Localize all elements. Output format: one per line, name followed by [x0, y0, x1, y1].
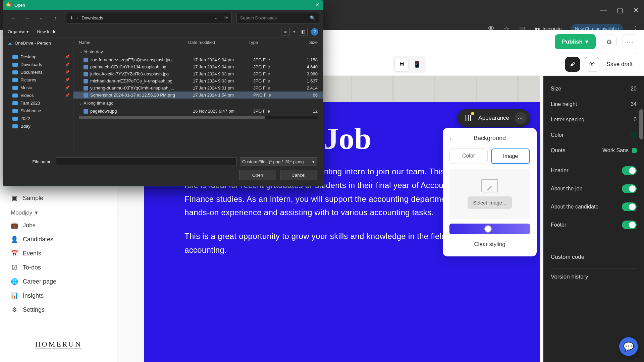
- tree-item[interactable]: Videos📌: [3, 92, 73, 99]
- tree-item[interactable]: 2022: [3, 115, 73, 122]
- tree-item[interactable]: Pictures📌: [3, 76, 73, 84]
- tree-item[interactable]: Downloads📌: [3, 61, 73, 68]
- toggle-switch[interactable]: [622, 166, 637, 175]
- nav-forward-button[interactable]: →: [21, 12, 33, 23]
- path-bar[interactable]: ⬇ › Downloads ⌄ ⟳: [66, 12, 232, 23]
- scrollbar[interactable]: [639, 109, 643, 139]
- section-more[interactable]: ⋯: [551, 234, 637, 245]
- slider-handle[interactable]: [484, 225, 492, 233]
- clear-styling-button[interactable]: Clear styling: [449, 239, 530, 250]
- appearance-bar[interactable]: Appearance ⋯: [458, 109, 530, 127]
- help-button[interactable]: ?: [311, 28, 318, 36]
- dialog-toolbar: Organise ▾ New folder ≡ ▾ ◧ ?: [3, 26, 323, 38]
- window-minimize-icon[interactable]: —: [600, 6, 607, 14]
- file-list: Name Date modified Type Size Yesterday z…: [73, 38, 323, 153]
- file-row[interactable]: podmatch-GEnCnYhA1J4-unsplash.jpg17 Jan …: [73, 63, 323, 70]
- view-list-button[interactable]: ≡: [281, 28, 290, 36]
- file-row[interactable]: yizheng-duanmu-tXFbYqCimhI-unsplash.j...…: [73, 84, 323, 92]
- settings-button[interactable]: ⚙: [602, 35, 616, 49]
- window-maximize-icon[interactable]: ▢: [617, 6, 623, 14]
- column-headers[interactable]: Name Date modified Type Size: [73, 38, 323, 47]
- file-icon: [84, 109, 88, 114]
- eye-icon: 👁: [589, 60, 595, 68]
- file-icon: [84, 93, 88, 98]
- tree-item[interactable]: Fam 2023: [3, 99, 73, 107]
- sidebar-item-settings[interactable]: ⚙Settings: [7, 303, 110, 317]
- toggle-about-job: About the job: [551, 180, 637, 198]
- search-input[interactable]: Search Downloads 🔍: [236, 12, 319, 23]
- file-row[interactable]: Screenshot 2024-01-17 at 12.56.20 PM.png…: [73, 92, 323, 99]
- overlay-slider[interactable]: [449, 224, 530, 234]
- mobile-view-button[interactable]: 📱: [410, 58, 424, 71]
- prop-quote[interactable]: QuoteWork Sans: [551, 143, 637, 158]
- popover-back-button[interactable]: ‹: [449, 135, 451, 142]
- color-swatch[interactable]: [631, 132, 637, 138]
- folder-tree: ☁ OneDrive - Person Desktop📌Downloads📌Do…: [3, 38, 73, 153]
- view-dropdown-icon[interactable]: ▾: [293, 29, 296, 34]
- toggle-switch[interactable]: [622, 184, 637, 193]
- sidebar-item-career[interactable]: 🌐Career page: [7, 275, 110, 289]
- sidebar-item-sample[interactable]: ▣ Sample: [7, 191, 110, 205]
- sidebar-item-insights[interactable]: 📊Insights: [7, 289, 110, 303]
- prop-custom-code[interactable]: Custom code: [551, 249, 637, 265]
- file-row[interactable]: jurica-koletic-7YVZYZeITc8-unsplash.jpg1…: [73, 70, 323, 77]
- file-row[interactable]: zoe-fernandez--zqoE7jnQgw-unsplash.jpg17…: [73, 56, 323, 63]
- prop-size[interactable]: Size20: [551, 81, 637, 97]
- refresh-button[interactable]: ⟳: [224, 15, 228, 20]
- tree-item[interactable]: Documents📌: [3, 68, 73, 76]
- sidebar-item-jobs[interactable]: 💼Jobs: [7, 218, 110, 232]
- group-long-ago[interactable]: A long time ago: [73, 99, 323, 108]
- save-draft-button[interactable]: Save draft: [604, 58, 636, 71]
- toggle-switch[interactable]: [622, 221, 637, 229]
- toggle-switch[interactable]: [622, 202, 637, 211]
- prop-letter-spacing[interactable]: Letter spacing0: [551, 112, 637, 127]
- publish-button[interactable]: Publish▾: [555, 34, 596, 49]
- new-folder-button[interactable]: New folder: [37, 29, 58, 34]
- window-close-icon[interactable]: ✕: [633, 6, 639, 14]
- file-row[interactable]: michael-dam-mEZ3PoFGs_k-unsplash.jpg17 J…: [73, 77, 323, 84]
- pin-icon: 📌: [65, 78, 70, 82]
- mobile-icon: 📱: [413, 61, 421, 68]
- paint-button[interactable]: 🖌: [565, 57, 580, 72]
- chevron-down-icon: ▾: [35, 209, 38, 216]
- path-dropdown-button[interactable]: ⌄: [214, 15, 218, 20]
- dialog-close-button[interactable]: ✕: [315, 2, 320, 8]
- nav-back-button[interactable]: ←: [7, 12, 19, 23]
- file-type-filter[interactable]: Custom Files (*.png;*.jfif;*.pjpeg▾: [240, 157, 317, 166]
- sidebar-section-moodjoy[interactable]: Moodjoy ▾: [7, 205, 110, 218]
- more-button[interactable]: ⋯: [623, 35, 637, 49]
- prop-line-height[interactable]: Line height34: [551, 97, 637, 112]
- horizontal-scrollbar[interactable]: [79, 116, 318, 119]
- prop-version-history[interactable]: Version history: [551, 268, 637, 285]
- bg-tab-image[interactable]: Image: [491, 148, 530, 164]
- tree-onedrive[interactable]: ☁ OneDrive - Person: [3, 39, 73, 47]
- group-yesterday[interactable]: Yesterday: [73, 47, 323, 56]
- organise-button[interactable]: Organise ▾: [8, 29, 29, 34]
- chevron-down-icon: ▾: [585, 38, 588, 45]
- folder-icon: [12, 86, 18, 90]
- preview-pane-button[interactable]: ◧: [299, 28, 308, 36]
- tree-item[interactable]: Music📌: [3, 84, 73, 92]
- sidebar-item-candidates[interactable]: 👤Candidates: [7, 232, 110, 246]
- open-button[interactable]: Open: [239, 170, 276, 180]
- tree-item[interactable]: Bday: [3, 122, 73, 130]
- select-image-button[interactable]: Select image...: [468, 196, 512, 209]
- sidebar-item-events[interactable]: 📅Events: [7, 246, 110, 260]
- help-bubble[interactable]: 💬: [619, 337, 638, 356]
- sidebar-item-todos[interactable]: ☑To-dos: [7, 260, 110, 275]
- font-swatch[interactable]: [632, 148, 637, 153]
- desktop-view-button[interactable]: 🖥: [395, 58, 408, 71]
- appearance-more-button[interactable]: ⋯: [515, 112, 527, 124]
- nav-recent-button[interactable]: ⌄: [35, 12, 47, 23]
- tree-item[interactable]: Slabhouse: [3, 107, 73, 115]
- nav-up-button[interactable]: ↑: [49, 12, 61, 23]
- dialog-titlebar[interactable]: Open ✕: [3, 0, 323, 10]
- preview-button[interactable]: 👁: [585, 57, 599, 72]
- cancel-button[interactable]: Cancel: [280, 170, 317, 180]
- prop-color[interactable]: Color: [551, 127, 637, 143]
- filename-input[interactable]: [56, 157, 236, 166]
- chrome-icon: [6, 2, 12, 8]
- tree-item[interactable]: Desktop📌: [3, 53, 73, 61]
- bg-tab-color[interactable]: Color: [449, 148, 488, 164]
- file-row[interactable]: pageflows.jpg16 Nov 2023 6:47 pmJPG File…: [73, 108, 323, 115]
